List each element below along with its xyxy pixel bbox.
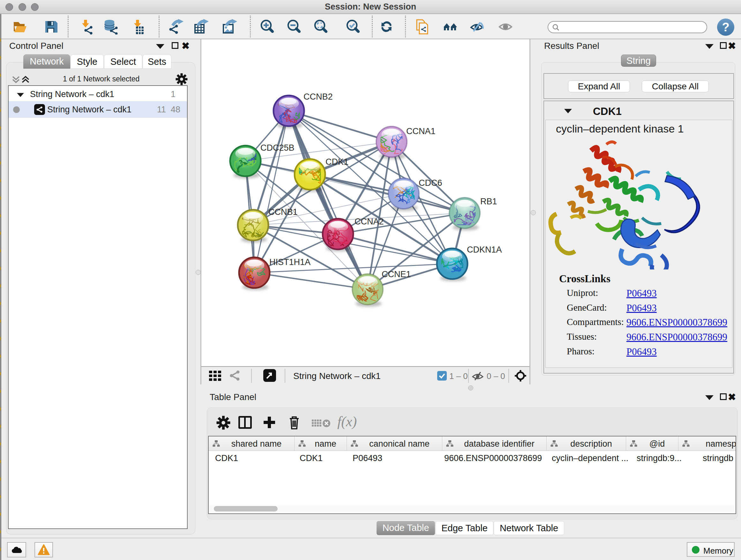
svg-text:CDC25B: CDC25B — [260, 143, 294, 152]
svg-text:CCNE1: CCNE1 — [382, 269, 411, 279]
svg-text:RB1: RB1 — [480, 197, 497, 206]
svg-text:CDK1: CDK1 — [326, 157, 348, 167]
svg-text:CCNB2: CCNB2 — [304, 92, 333, 102]
svg-text:CCNA2: CCNA2 — [354, 217, 384, 226]
svg-text:HIST1H1A: HIST1H1A — [269, 257, 311, 267]
svg-text:CDC6: CDC6 — [419, 178, 442, 188]
svg-text:CDKN1A: CDKN1A — [467, 245, 502, 254]
svg-text:CCNB1: CCNB1 — [268, 207, 298, 217]
svg-text:CCNA1: CCNA1 — [406, 126, 435, 136]
